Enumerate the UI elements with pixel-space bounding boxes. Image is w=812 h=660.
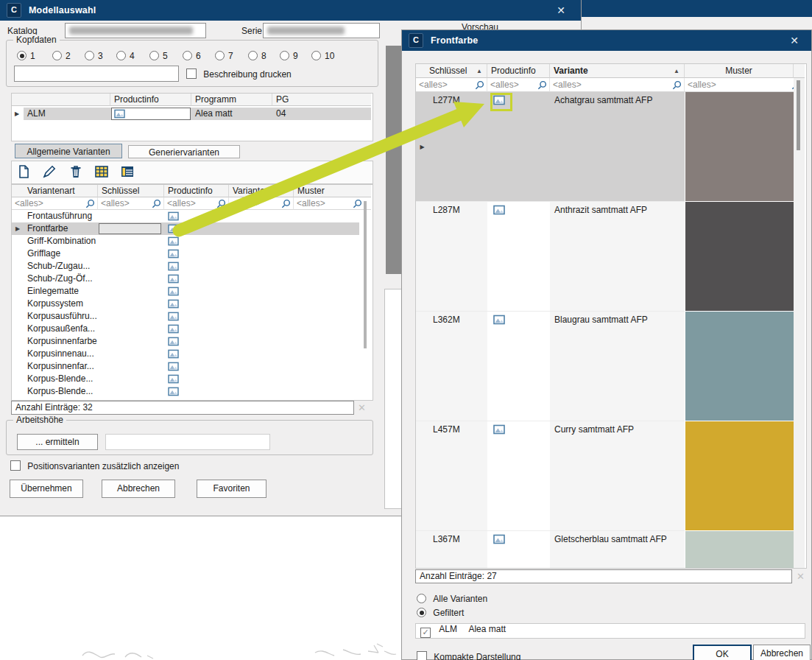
close-icon[interactable]: ✕ xyxy=(551,0,571,21)
color-row[interactable]: ▶ L277M Achatgrau samtmatt AFP xyxy=(416,92,794,202)
variant-productinfo-cell[interactable] xyxy=(164,335,229,348)
vertical-scrollbar[interactable] xyxy=(364,201,367,348)
radio-icon[interactable] xyxy=(149,51,159,60)
edit-pencil-icon[interactable] xyxy=(42,164,58,180)
tab-allgemeine-varianten[interactable]: Allgemeine Varianten xyxy=(15,144,122,158)
kopfdaten-radio-5[interactable]: 5 xyxy=(149,51,168,61)
ok-button[interactable]: OK xyxy=(693,645,752,660)
scrollbar-track[interactable] xyxy=(794,78,805,568)
uebernehmen-button[interactable]: Übernehmen xyxy=(10,480,83,498)
arbeitshoehe-input[interactable] xyxy=(105,434,270,450)
variant-row[interactable]: Korpussystem xyxy=(12,298,359,310)
variant-productinfo-cell[interactable] xyxy=(164,385,229,398)
ermitteln-button[interactable]: ... ermitteln xyxy=(17,434,98,450)
filter-variante[interactable]: <alles> xyxy=(550,78,685,92)
kopfdaten-radio-1[interactable]: 1 xyxy=(17,51,35,61)
variant-productinfo-cell[interactable] xyxy=(164,298,229,310)
variant-row[interactable]: Frontausführung xyxy=(12,210,359,222)
kopfdaten-radio-10[interactable]: 10 xyxy=(311,51,334,61)
variant-col-variante[interactable]: Variante xyxy=(229,185,294,197)
variant-col-schluessel[interactable]: Schlüssel xyxy=(98,185,164,197)
model-col-productinfo[interactable]: Productinfo xyxy=(110,94,191,106)
radio-icon[interactable] xyxy=(280,51,289,60)
radio-icon[interactable] xyxy=(52,51,62,60)
kopfdaten-radio-2[interactable]: 2 xyxy=(52,51,71,61)
variant-row[interactable]: Grifflage xyxy=(12,248,359,260)
variant-row[interactable]: Korpusaußenfa... xyxy=(12,323,359,335)
variant-productinfo-cell[interactable] xyxy=(164,260,229,273)
color-row[interactable]: L457M Curry samtmatt AFP xyxy=(416,421,794,531)
kopfdaten-radio-7[interactable]: 7 xyxy=(215,51,233,61)
variant-productinfo-cell[interactable] xyxy=(164,210,229,222)
variant-row[interactable]: Korpusausführu... xyxy=(12,310,359,323)
color-col-muster[interactable]: Muster xyxy=(685,64,794,78)
scrollbar-thumb[interactable] xyxy=(797,80,800,150)
search-icon[interactable] xyxy=(216,199,226,208)
close-icon[interactable]: ✕ xyxy=(783,30,805,51)
filter-productinfo[interactable]: <alles> xyxy=(164,197,229,210)
variant-productinfo-cell[interactable] xyxy=(164,360,229,373)
radio-icon[interactable] xyxy=(183,51,192,60)
variant-row[interactable]: Korpusinnenfarbe xyxy=(12,335,359,348)
radio-icon[interactable] xyxy=(215,51,225,60)
color-productinfo-cell[interactable] xyxy=(487,312,550,421)
search-icon[interactable] xyxy=(152,199,161,208)
variant-col-muster[interactable]: Muster xyxy=(294,185,371,197)
variant-productinfo-cell[interactable] xyxy=(164,273,229,285)
radio-icon[interactable] xyxy=(85,51,94,60)
kopfdaten-input[interactable] xyxy=(14,66,179,82)
color-col-productinfo[interactable]: Productinfo xyxy=(487,64,550,78)
clear-filter-icon[interactable]: ✕ xyxy=(797,571,805,582)
alm-filter-box[interactable]: ✓ ALM Alea matt xyxy=(415,623,805,639)
abbrechen-button[interactable]: Abbrechen xyxy=(102,480,175,498)
model-col-programm[interactable]: Programm xyxy=(191,94,272,106)
variant-productinfo-cell[interactable] xyxy=(164,373,229,385)
kopfdaten-radio-8[interactable]: 8 xyxy=(248,51,266,61)
variant-col-productinfo[interactable]: Productinfo xyxy=(164,185,229,197)
alle-varianten-radio[interactable]: Alle Varianten xyxy=(417,594,487,604)
variant-row[interactable]: Schub-/Zug-Öf... xyxy=(12,273,359,285)
variant-row[interactable]: Korpus-Blende... xyxy=(12,373,359,385)
filter-productinfo[interactable]: <alles> xyxy=(487,78,550,92)
kopfdaten-radio-4[interactable]: 4 xyxy=(116,51,135,61)
katalog-field[interactable] xyxy=(65,23,206,38)
radio-icon[interactable] xyxy=(311,51,321,60)
radio-icon[interactable] xyxy=(17,51,27,60)
variant-col-variantenart[interactable]: Variantenart xyxy=(12,185,98,197)
filter-muster[interactable]: <alles> xyxy=(685,78,805,92)
favoriten-button[interactable]: Favoriten xyxy=(197,480,266,498)
modellauswahl-titlebar[interactable]: C Modellauswahl ✕ xyxy=(0,0,581,21)
kopfdaten-radio-3[interactable]: 3 xyxy=(85,51,103,61)
variant-productinfo-cell[interactable] xyxy=(164,235,229,248)
model-col-pg[interactable]: PG xyxy=(272,94,371,106)
search-icon[interactable] xyxy=(537,80,547,90)
variant-row[interactable]: Griff-Kombination xyxy=(12,235,359,248)
delete-trash-icon[interactable] xyxy=(68,164,85,180)
variant-productinfo-cell[interactable] xyxy=(164,285,229,298)
table-grid-yellow-icon[interactable] xyxy=(94,164,110,180)
color-row[interactable]: L367M Gletscherblau samtmatt AFP xyxy=(416,531,794,569)
filter-schluessel[interactable]: <alles> xyxy=(98,197,164,210)
color-col-variante[interactable]: Variante ▲ xyxy=(550,64,685,78)
positionsvarianten-checkbox[interactable]: Positionsvarianten zusätzlich anzeigen xyxy=(10,460,179,471)
variant-row[interactable]: Korpusinnenau... xyxy=(12,348,359,360)
kompakte-darstellung-checkbox[interactable]: Kompakte Darstellung xyxy=(417,651,520,660)
variant-row[interactable]: Korpus-Blende... xyxy=(12,385,359,398)
filter-variantenart[interactable]: <alles> xyxy=(12,197,98,210)
beschreibung-checkbox[interactable]: Beschreibung drucken xyxy=(186,69,292,80)
variant-productinfo-cell[interactable] xyxy=(164,323,229,335)
checkbox-icon[interactable] xyxy=(417,651,427,660)
radio-icon[interactable] xyxy=(417,594,426,603)
radio-icon[interactable] xyxy=(417,608,426,617)
variant-productinfo-cell[interactable] xyxy=(164,310,229,323)
color-productinfo-cell[interactable] xyxy=(487,421,550,531)
search-icon[interactable] xyxy=(672,80,682,90)
search-icon[interactable] xyxy=(353,199,362,208)
variant-productinfo-cell[interactable] xyxy=(164,348,229,360)
serie-field[interactable] xyxy=(263,23,380,38)
new-document-icon[interactable] xyxy=(16,164,32,180)
model-productinfo-cell[interactable] xyxy=(111,108,191,120)
radio-icon[interactable] xyxy=(248,51,258,60)
clear-filter-icon[interactable]: ✕ xyxy=(358,402,366,413)
kopfdaten-radio-6[interactable]: 6 xyxy=(183,51,201,61)
